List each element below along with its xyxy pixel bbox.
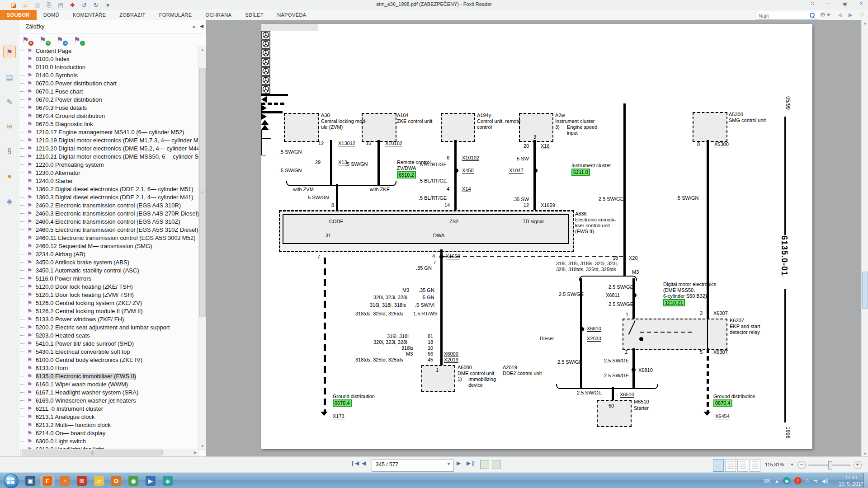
bookmark-item[interactable]: ⚑5120.0 Door lock heating (ZKE/ TSH): [20, 282, 133, 291]
bookmarks-hscrollbar[interactable]: ||| ▶: [20, 449, 199, 456]
page-number-input[interactable]: 345 / 577 ▼: [372, 460, 454, 472]
zoom-slider[interactable]: [808, 465, 851, 466]
bookmark-item[interactable]: ⚑1240.0 Starter: [20, 177, 73, 185]
bookmark-item[interactable]: ⚑6213.1 Analogue clock: [20, 413, 94, 421]
bookmark-item[interactable]: ⚑6133.0 Horn: [20, 364, 68, 372]
bookmarks-vscrollbar[interactable]: ▲ ≡ ▼: [198, 47, 207, 450]
hidden-icons-button[interactable]: ▲: [774, 479, 779, 483]
bookmark-item[interactable]: ⚑1360.2 Digital diesel electronics (DDE …: [20, 185, 193, 193]
bookmark-item[interactable]: ⚑0670.0 Power distribution chart: [20, 79, 117, 87]
reference-link[interactable]: 1210.21: [663, 299, 685, 306]
clipboard-icon[interactable]: [480, 460, 489, 469]
bookmark-item[interactable]: ⚑6300.0 Light switch: [20, 437, 86, 445]
bookmark-item[interactable]: ⚑3450.0 Antilock brake system (ABS): [20, 258, 129, 266]
bookmark-item[interactable]: ⚑2460.3 Electronic transmission control …: [20, 209, 198, 217]
last-page-button[interactable]: ▶❙: [467, 460, 475, 466]
bookmark-item[interactable]: ⚑3234.0 Airbag (AB): [20, 250, 85, 258]
bookmark-item[interactable]: ⚑6100.0 Central body electronics (ZKE IV…: [20, 356, 142, 364]
bookmark-item[interactable]: ⚑Content Page: [20, 47, 71, 55]
zoom-slider-handle[interactable]: [828, 461, 832, 469]
page-dropdown-icon[interactable]: ▼: [447, 462, 451, 466]
bookmark-item[interactable]: ⚑6167.1 Headlight washer system (SRA): [20, 388, 138, 396]
bookmark-item[interactable]: ⚑1230.0 Alternator: [20, 169, 80, 177]
bookmark-item[interactable]: ⚑5116.0 Power mirrors: [20, 274, 91, 282]
tray-app-icon[interactable]: ◉: [783, 477, 790, 484]
bookmark-item[interactable]: ⚑5430.1 Electrical convertible soft top: [20, 347, 130, 356]
bookmark-item[interactable]: ⚑6312.0 Headlight/ fog light: [20, 445, 104, 449]
foxit-reader-icon[interactable]: F: [40, 474, 55, 487]
tab-formuláře[interactable]: FORMULÁŘE: [152, 10, 199, 20]
chrome-icon[interactable]: ◉: [126, 474, 141, 487]
bookmark-item[interactable]: ⚑1210.21 Digital motor electronics (DME …: [20, 152, 198, 160]
reference-link[interactable]: 6510.2: [397, 171, 416, 178]
panel-layers-icon[interactable]: ◈: [4, 195, 15, 207]
bookmark-item[interactable]: ⚑1360.3 Digital diesel electronics (DDE …: [20, 193, 193, 201]
next-page-button[interactable]: ▶: [457, 460, 461, 466]
document-canvas[interactable]: A30Central locking mod-ule (ZVM)12X13012…: [206, 20, 861, 456]
reference-link[interactable]: 0670.4: [333, 399, 352, 407]
panel-bookmarks-icon[interactable]: ⚑: [4, 46, 15, 58]
bookmark-item[interactable]: ⚑6213.2 Multi— function clock: [20, 421, 111, 429]
volume-icon[interactable]: ◀)): [822, 479, 828, 483]
tab-nápověda[interactable]: NÁPOVĚDA: [270, 10, 313, 20]
bookmark-item[interactable]: ⚑0670.2 Power distribution: [20, 95, 102, 103]
bookmark-item[interactable]: ⚑2460.5 Electronic transmission control …: [20, 225, 198, 234]
tab-sdílet[interactable]: SDÍLET: [238, 10, 270, 20]
tab-zobrazit[interactable]: ZOBRAZIT: [113, 10, 152, 20]
bookmark-item[interactable]: ⚑2460.4 Electronic transmission control …: [20, 217, 180, 225]
bookmark-item[interactable]: ⚑5200.2 Electric seat adjustment and lum…: [20, 323, 170, 331]
collapse-bookmarks-icon[interactable]: ⚑−: [74, 35, 84, 45]
bookmark-item[interactable]: ⚑0670.4 Ground distribution: [20, 112, 105, 120]
add-bookmark-icon[interactable]: ⚑+: [39, 35, 49, 45]
bookmark-item[interactable]: ⚑6169.0 Windscreen washer jet heaters: [20, 396, 136, 404]
action-center-flag-icon[interactable]: ⚐: [806, 479, 810, 483]
alert-icon[interactable]: !: [794, 477, 802, 484]
gear-icon[interactable]: ⚙ ▾: [820, 11, 830, 18]
search-icon[interactable]: [810, 13, 815, 18]
network-icon[interactable]: ⇆: [814, 479, 817, 483]
bookmark-item[interactable]: ⚑1210.17 Engine management MS41.0 (6— cy…: [20, 128, 184, 136]
delete-bookmark-icon[interactable]: ⚑✕: [22, 35, 32, 45]
reference-link[interactable]: 0670.4: [713, 399, 732, 407]
bookmark-item[interactable]: ⚑0110.0 Introduction: [20, 63, 85, 71]
app-window-icon[interactable]: ▣: [23, 474, 38, 487]
bookmark-item[interactable]: ⚑6160.1 Wipe/ wash module (WWM): [20, 380, 128, 388]
panel-security-icon[interactable]: ●: [4, 170, 15, 182]
minimize-icon[interactable]: ─: [824, 0, 834, 7]
start-button[interactable]: [4, 474, 19, 488]
show-desktop-button[interactable]: [863, 473, 868, 488]
bookmark-item[interactable]: ⚑5133.0 Power windows (ZKE/ FH): [20, 315, 124, 323]
media-player-icon[interactable]: ▶: [143, 474, 158, 487]
bookmark-item[interactable]: ⚑0670.5 Diagnostic link: [20, 120, 93, 128]
tab-komentáře[interactable]: KOMENTÁŘE: [66, 10, 113, 20]
collapse-panel-icon[interactable]: ◀: [200, 23, 203, 28]
zoom-dropdown-icon[interactable]: ▼: [790, 463, 794, 467]
scroll-up-icon[interactable]: ▲: [862, 21, 868, 25]
collapse-ribbon-icon[interactable]: ♡: [859, 12, 864, 18]
layout-single-page-icon[interactable]: [713, 459, 724, 472]
bookmark-item[interactable]: ⚑3450.1 Automatic stability control (ASC…: [20, 266, 139, 274]
bookmark-item[interactable]: ⚑1210.19 Digital motor electronics (DME …: [20, 136, 198, 144]
tab-ochrana[interactable]: OCHRANA: [198, 10, 238, 20]
bookmark-item[interactable]: ⚑6135.0 Electronic immobiliser (EWS II): [20, 372, 136, 380]
document-vscrollbar[interactable]: ▲ ▼: [861, 20, 868, 457]
bookmark-item[interactable]: ⚑0100.0 Index: [20, 55, 70, 63]
bookmark-item[interactable]: ⚑5126.0 Central locking system (ZKE/ ZV): [20, 299, 142, 307]
bookmark-item[interactable]: ⚑1210.20 Digital motor electronics (DME …: [20, 144, 198, 152]
zoom-level[interactable]: 115.81%: [765, 462, 784, 467]
bookmark-item[interactable]: ⚑5120.1 Door lock heating (ZVM/ TSH): [20, 291, 134, 299]
bookmark-item[interactable]: ⚑5126.2 Central locking module II (ZVM I…: [20, 307, 143, 315]
next-result-icon[interactable]: ▶: [849, 12, 853, 18]
tab-soubor[interactable]: SOUBOR: [0, 10, 37, 20]
bookmark-item[interactable]: ⚑0140.0 Symbols: [20, 71, 78, 79]
reference-link[interactable]: 6211.0: [571, 169, 590, 176]
tab-domů[interactable]: DOMŮ: [37, 10, 66, 20]
bookmark-item[interactable]: ⚑1220.0 Preheating system: [20, 160, 104, 169]
taskbar-clock[interactable]: 13:49 19. 5. 2017: [839, 474, 863, 487]
bookmark-item[interactable]: ⚑5410.1 Power tilt/ slide sunroof (SHD): [20, 339, 134, 347]
panel-attachments-icon[interactable]: ✉: [4, 121, 15, 132]
layout-facing-icon[interactable]: [737, 459, 748, 472]
mail-app-icon[interactable]: ✉: [74, 474, 90, 487]
goto-bookmark-icon[interactable]: ⚑➜: [57, 35, 66, 45]
windows-explorer-icon[interactable]: ▱: [91, 474, 107, 487]
